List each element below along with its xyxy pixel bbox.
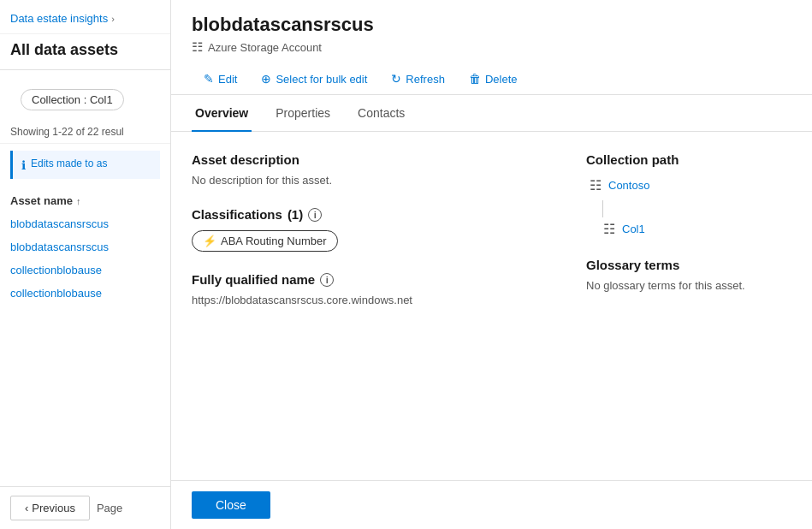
collection-link-col1[interactable]: Col1 xyxy=(622,223,645,235)
asset-list-header: Asset name ↑ xyxy=(0,186,170,212)
fqn-section: Fully qualified name i https://blobdatas… xyxy=(192,272,552,306)
collection-icon-contoso: ☷ xyxy=(590,177,602,193)
showing-text: Showing 1-22 of 22 resul xyxy=(0,121,170,144)
sort-arrow-icon[interactable]: ↑ xyxy=(76,196,81,206)
right-footer: Close xyxy=(171,480,812,529)
asset-name-label: Asset name xyxy=(10,194,73,207)
list-item[interactable]: blobdatascansrscus xyxy=(10,212,160,235)
classifications-label: Classifications xyxy=(192,207,282,222)
classifications-title: Classifications (1) i xyxy=(192,207,552,222)
collection-node-contoso: ☷ Contoso xyxy=(590,177,791,193)
classification-tag-label: ABA Routing Number xyxy=(221,235,327,247)
tab-overview[interactable]: Overview xyxy=(192,96,252,132)
glossary-section: Glossary terms No glossary terms for thi… xyxy=(586,258,791,292)
all-data-assets-title: All data assets xyxy=(0,34,170,70)
lightning-icon: ⚡ xyxy=(203,235,216,247)
collection-icon-col1: ☷ xyxy=(603,221,615,237)
breadcrumb-chevron: › xyxy=(111,14,115,24)
refresh-button[interactable]: ↻ Refresh xyxy=(379,65,457,94)
classifications-count: (1) xyxy=(287,207,303,222)
collection-node-col1: ☷ Col1 xyxy=(603,221,791,237)
left-panel: Data estate insights › All data assets C… xyxy=(0,0,171,529)
delete-label: Delete xyxy=(485,73,518,86)
list-item[interactable]: collectionblobause xyxy=(10,259,160,282)
previous-label: Previous xyxy=(32,502,75,514)
bulk-edit-label: Select for bulk edit xyxy=(276,73,367,86)
delete-button[interactable]: 🗑 Delete xyxy=(457,65,530,94)
storage-account-icon: ☷ xyxy=(192,39,203,55)
edit-button[interactable]: ✎ Edit xyxy=(192,65,249,94)
page-text: Page xyxy=(97,502,122,514)
glossary-terms-text: No glossary terms for this asset. xyxy=(586,279,791,292)
refresh-icon: ↻ xyxy=(391,72,401,86)
asset-list: blobdatascansrscus blobdatascansrscus co… xyxy=(0,212,170,486)
asset-description-title: Asset description xyxy=(192,152,552,167)
breadcrumb[interactable]: Data estate insights › xyxy=(0,0,170,34)
close-button[interactable]: Close xyxy=(192,491,270,519)
edit-icon: ✎ xyxy=(204,72,214,86)
asset-subtitle-text: Azure Storage Account xyxy=(208,41,322,54)
collection-path-title: Collection path xyxy=(586,152,791,167)
asset-title: blobdatascansrscus xyxy=(192,14,791,36)
left-footer: ‹ Previous Page xyxy=(0,486,170,529)
fqn-url: https://blobdatascansrscus.core.windows.… xyxy=(192,294,552,306)
collection-tree: ☷ Contoso ☷ Col1 xyxy=(590,177,791,237)
collection-link-contoso[interactable]: Contoso xyxy=(608,179,649,192)
classifications-info-icon[interactable]: i xyxy=(308,208,322,222)
content-left: Asset description No description for thi… xyxy=(192,152,552,460)
plus-circle-icon: ⊕ xyxy=(261,72,271,86)
asset-header: blobdatascansrscus ☷ Azure Storage Accou… xyxy=(171,0,812,95)
fqn-info-icon[interactable]: i xyxy=(320,273,334,287)
tab-bar: Overview Properties Contacts xyxy=(171,95,812,132)
content-area: Asset description No description for thi… xyxy=(171,132,812,480)
info-icon: ℹ xyxy=(21,158,26,172)
edit-label: Edit xyxy=(218,73,237,86)
info-banner: ℹ Edits made to as xyxy=(10,151,160,179)
refresh-label: Refresh xyxy=(406,73,445,86)
fqn-title-label: Fully qualified name xyxy=(192,272,315,287)
chevron-left-icon: ‹ xyxy=(25,502,28,514)
tab-properties[interactable]: Properties xyxy=(272,96,334,132)
toolbar: ✎ Edit ⊕ Select for bulk edit ↻ Refresh … xyxy=(192,65,791,94)
asset-description-text: No description for this asset. xyxy=(192,174,552,187)
delete-icon: 🗑 xyxy=(469,72,481,86)
glossary-terms-title: Glossary terms xyxy=(586,258,791,272)
bulk-edit-button[interactable]: ⊕ Select for bulk edit xyxy=(249,65,379,94)
list-item[interactable]: collectionblobause xyxy=(10,282,160,305)
previous-button[interactable]: ‹ Previous xyxy=(10,496,90,520)
info-banner-text: Edits made to as xyxy=(31,158,107,169)
tab-contacts[interactable]: Contacts xyxy=(354,96,408,132)
classification-tag: ⚡ ABA Routing Number xyxy=(192,230,338,252)
content-right: Collection path ☷ Contoso ☷ Col1 xyxy=(586,152,791,460)
asset-subtitle: ☷ Azure Storage Account xyxy=(192,39,791,55)
breadcrumb-link[interactable]: Data estate insights xyxy=(10,12,108,25)
right-panel: blobdatascansrscus ☷ Azure Storage Accou… xyxy=(171,0,812,529)
fqn-title: Fully qualified name i xyxy=(192,272,552,287)
collection-path-section: Collection path ☷ Contoso ☷ Col1 xyxy=(586,152,791,237)
list-item[interactable]: blobdatascansrscus xyxy=(10,235,160,259)
collection-filter[interactable]: Collection : Col1 xyxy=(21,89,124,110)
